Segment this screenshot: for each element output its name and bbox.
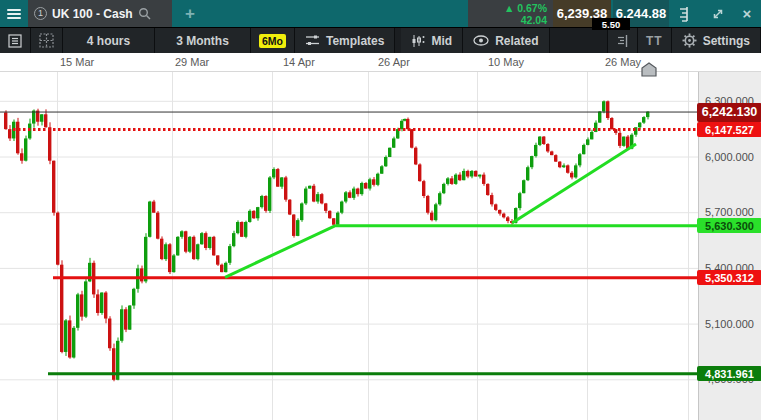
ladder-icon [678,6,690,22]
low-support-badge: 4,831.961 [697,366,761,381]
range-selector[interactable]: 3 Months [155,28,251,53]
resistance-badge: 6,147.527 [697,122,761,137]
top-bar: 1 UK 100 - Cash + ▲ 0.67% 42.04 6,239.38… [0,0,761,27]
annotation-marker-icon[interactable] [641,62,657,77]
price-tick-label: 6,000.000 [705,151,754,163]
expand-icon [711,7,725,21]
related-button[interactable]: Related [463,28,549,53]
layout-button[interactable] [31,28,63,53]
order-panel-button[interactable] [607,28,638,53]
page-icon [616,34,629,48]
price-axis[interactable]: 6,300.0006,000.0005,700.0005,400.0005,10… [698,72,761,420]
date-label: 26 May [605,56,641,68]
search-icon[interactable] [138,7,151,20]
candlestick-plot[interactable] [0,72,698,420]
price-change-block: ▲ 0.67% 42.04 [468,0,553,27]
add-tab-button[interactable]: + [172,0,208,27]
instrument-number-badge: 1 [34,7,47,20]
change-points: 42.04 [521,14,547,26]
range-badge[interactable]: 6Mo [251,28,295,53]
date-label: 29 Mar [175,56,209,68]
add-tab-icon: + [185,4,195,24]
price-type-selector[interactable]: Mid [401,28,463,53]
expand-button[interactable] [704,0,732,27]
trading-chart-window: 1 UK 100 - Cash + ▲ 0.67% 42.04 6,239.38… [0,0,761,420]
mid-support-badge: 5,630.300 [697,218,761,233]
eye-icon [473,35,489,46]
templates-button[interactable]: Templates [295,28,395,53]
instrument-tab[interactable]: 1 UK 100 - Cash [28,0,172,27]
current-price-badge: 6,242.130 [697,103,761,122]
hamburger-menu-button[interactable] [0,0,28,27]
gear-icon [682,33,697,48]
chart-toolbar: 4 hours 3 Months 6Mo Templates Mid Relat… [0,27,761,53]
settings-button[interactable]: Settings [672,28,761,53]
ladder-button[interactable] [672,0,696,27]
hamburger-menu-icon [7,7,21,21]
text-tool-icon: TT [646,34,663,48]
price-tick-label: 5,700.000 [705,206,754,218]
journal-icon [8,34,22,48]
interval-selector[interactable]: 4 hours [63,28,155,53]
date-label: 14 Apr [283,56,315,68]
close-icon: × [743,5,752,22]
change-percent: ▲ 0.67% [504,2,547,14]
sliders-icon [305,34,320,47]
instrument-name: UK 100 - Cash [52,7,133,21]
date-label: 15 Mar [60,56,94,68]
major-support-badge: 5,350.312 [697,270,761,285]
price-tick-label: 5,100.000 [705,318,754,330]
toolbar-spacer [550,28,607,53]
close-chart-button[interactable]: × [734,0,760,27]
chart-area[interactable]: 15 Mar29 Mar14 Apr26 Apr10 May26 May 6,3… [0,53,761,420]
date-label: 26 Apr [378,56,410,68]
text-tool-button[interactable]: TT [638,28,672,53]
trendline-2[interactable] [512,144,636,223]
journal-button[interactable] [0,28,31,53]
candlestick-icon [411,34,425,48]
grid-layout-icon [39,33,54,48]
date-label: 10 May [488,56,524,68]
up-arrow-icon: ▲ [504,2,514,14]
spread-badge: 5.50 [592,18,630,30]
